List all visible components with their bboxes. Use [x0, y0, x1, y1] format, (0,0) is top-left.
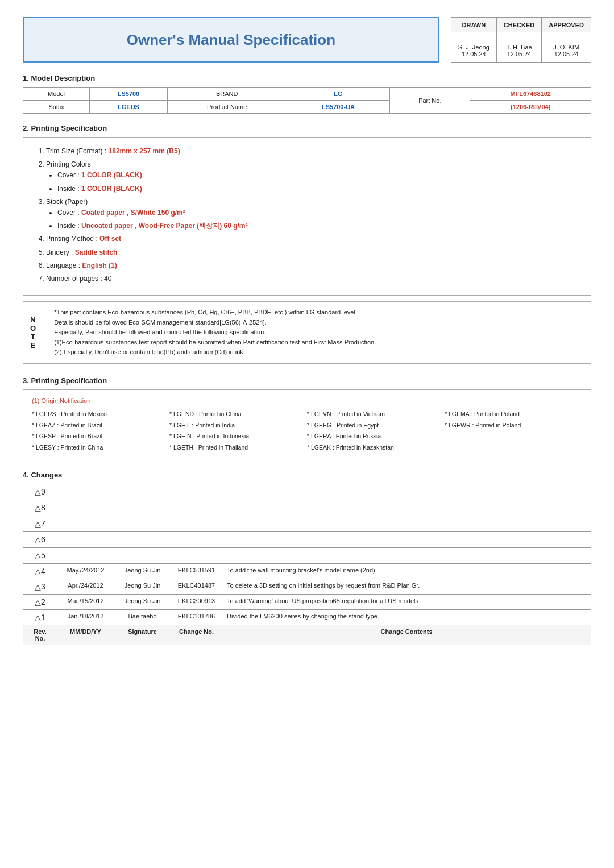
section4-title: 4. Changes — [23, 471, 591, 479]
change-no-cell: EKLC101786 — [171, 610, 222, 625]
drawn-person — [451, 32, 496, 39]
inside-stock-value: Uncoated paper , Wood-Free Paper (백상지) 6… — [81, 222, 248, 230]
rev-no: △9 — [23, 484, 57, 500]
approved-name: J. O. KIM12.05.24 — [542, 39, 591, 62]
approval-table: DRAWN CHECKED APPROVED S. J. Jeong12.05.… — [451, 17, 591, 63]
part-no-label: Part No. — [390, 88, 470, 114]
checked-name: T. H. Bae12.05.24 — [496, 39, 541, 62]
approved-header: APPROVED — [542, 18, 591, 32]
note-content: *This part contains Eco-hazardous substa… — [45, 302, 384, 363]
printing-method-value: Off set — [99, 235, 121, 243]
sig-cell — [114, 516, 171, 532]
sig-cell: Jeong Su Jin — [114, 579, 171, 595]
change-no-cell — [171, 500, 222, 516]
spec-inside-stock: Inside : Uncoated paper , Wood-Free Pape… — [57, 221, 579, 231]
sig-cell — [114, 532, 171, 548]
language-value: English (1) — [82, 261, 117, 269]
header-sig: Signature — [114, 625, 171, 645]
table-row: △3 Apr./24/2012 Jeong Su Jin EKLC401487 … — [23, 579, 591, 595]
rev-no: △7 — [23, 516, 57, 532]
section2-title: 2. Printing Specification — [23, 124, 591, 132]
header-area: Owner's Manual Specification DRAWN CHECK… — [23, 17, 591, 63]
section1-title: 1. Model Description — [23, 74, 591, 82]
table-row: △8 — [23, 500, 591, 516]
product-name-value: LS5700-UA — [287, 101, 390, 114]
checked-person — [496, 32, 541, 39]
contents-cell — [222, 532, 591, 548]
change-no-cell — [171, 532, 222, 548]
inside-color-value: 1 COLOR (BLACK) — [81, 185, 142, 193]
contents-cell — [222, 548, 591, 564]
rev-no: △8 — [23, 500, 57, 516]
rev-no: △1 — [23, 610, 57, 625]
date-cell: Apr./24/2012 — [57, 579, 114, 595]
sig-cell: Bae taeho — [114, 610, 171, 625]
origin-box: (1) Origin Notification * LGERS : Printe… — [23, 389, 591, 459]
rev-no: △4 — [23, 564, 57, 579]
origin-item: * LGERS : Printed in Mexico — [32, 409, 169, 420]
brand-value: LG — [287, 88, 390, 101]
spec-printing-colors: Printing Colors Cover : 1 COLOR (BLACK) … — [46, 159, 579, 194]
model-label: Model — [23, 88, 90, 101]
suffix-label: Suffix — [23, 101, 90, 114]
table-row: △7 — [23, 516, 591, 532]
origin-title: (1) Origin Notification — [32, 396, 582, 406]
rev-value: (1206-REV04) — [470, 101, 591, 114]
contents-cell: Divided the LM6200 seires by changing th… — [222, 610, 591, 625]
date-cell — [57, 548, 114, 564]
part-no-value: MFL67468102 — [470, 88, 591, 101]
date-cell — [57, 516, 114, 532]
origin-item: * LGETH : Printed in Thailand — [169, 443, 307, 453]
spec-language: Language : English (1) — [46, 260, 579, 271]
origin-item: * LGEND : Printed in China — [169, 409, 307, 420]
header-rev: Rev. No. — [23, 625, 57, 645]
spec-stock: Stock (Paper) Cover : Coated paper , S/W… — [46, 197, 579, 232]
origin-item: * LGEVN : Printed in Vietnam — [307, 409, 445, 420]
origin-item — [445, 431, 582, 442]
origin-item: * LGEIN : Printed in Indonesia — [169, 431, 307, 442]
table-row: △4 May./24/2012 Jeong Su Jin EKLC501591 … — [23, 564, 591, 579]
table-row: △6 — [23, 532, 591, 548]
table-row: △5 — [23, 548, 591, 564]
rev-no: △5 — [23, 548, 57, 564]
table-row: △9 — [23, 484, 591, 500]
change-no-cell: EKLC501591 — [171, 564, 222, 579]
rev-no: △3 — [23, 579, 57, 595]
note-box: N O T E *This part contains Eco-hazardou… — [23, 301, 591, 364]
contents-cell: To add 'Warning' about US proposition65 … — [222, 595, 591, 610]
note-label: N O T E — [23, 302, 45, 363]
date-cell — [57, 484, 114, 500]
date-cell: May./24/2012 — [57, 564, 114, 579]
origin-item: * LGEAK : Printed in Kazakhstan — [307, 443, 445, 453]
header-contents: Change Contents — [222, 625, 591, 645]
spec-cover-stock: Cover : Coated paper , S/White 150 g/m² — [57, 207, 579, 218]
date-cell: Mar./15/2012 — [57, 595, 114, 610]
pages-value: 40 — [104, 275, 111, 283]
drawn-header: DRAWN — [451, 18, 496, 32]
change-no-cell — [171, 548, 222, 564]
product-name-label: Product Name — [167, 101, 287, 114]
origin-item: * LGESY : Printed in China — [32, 443, 169, 453]
section3-title: 3. Printing Specification — [23, 376, 591, 385]
table-row: △1 Jan./18/2012 Bae taeho EKLC101786 Div… — [23, 610, 591, 625]
origin-grid: * LGERS : Printed in Mexico * LGEND : Pr… — [32, 409, 582, 453]
contents-cell — [222, 500, 591, 516]
origin-item: * LGESP : Printed in Brazil — [32, 431, 169, 442]
contents-cell — [222, 516, 591, 532]
page-title: Owner's Manual Specification — [127, 31, 335, 49]
origin-item: * LGEWR : Printed in Poland — [445, 421, 582, 431]
spec-pages: Number of pages : 40 — [46, 273, 579, 284]
header-date: MM/DD/YY — [57, 625, 114, 645]
model-table: Model LS5700 BRAND LG Part No. MFL674681… — [23, 87, 591, 114]
sig-cell: Jeong Su Jin — [114, 595, 171, 610]
suffix-value: LGEUS — [90, 101, 168, 114]
origin-item: * LGEAZ : Printed in Brazil — [32, 421, 169, 431]
contents-cell: To delete a 3D setting on initial settin… — [222, 579, 591, 595]
spec-cover-color: Cover : 1 COLOR (BLACK) — [57, 170, 579, 181]
change-no-cell — [171, 516, 222, 532]
header-change-no: Change No. — [171, 625, 222, 645]
change-no-cell: EKLC300913 — [171, 595, 222, 610]
sig-cell — [114, 548, 171, 564]
origin-item: * LGEEG : Printed in Egypt — [307, 421, 445, 431]
spec-bindery: Bindery : Saddle stitch — [46, 247, 579, 258]
